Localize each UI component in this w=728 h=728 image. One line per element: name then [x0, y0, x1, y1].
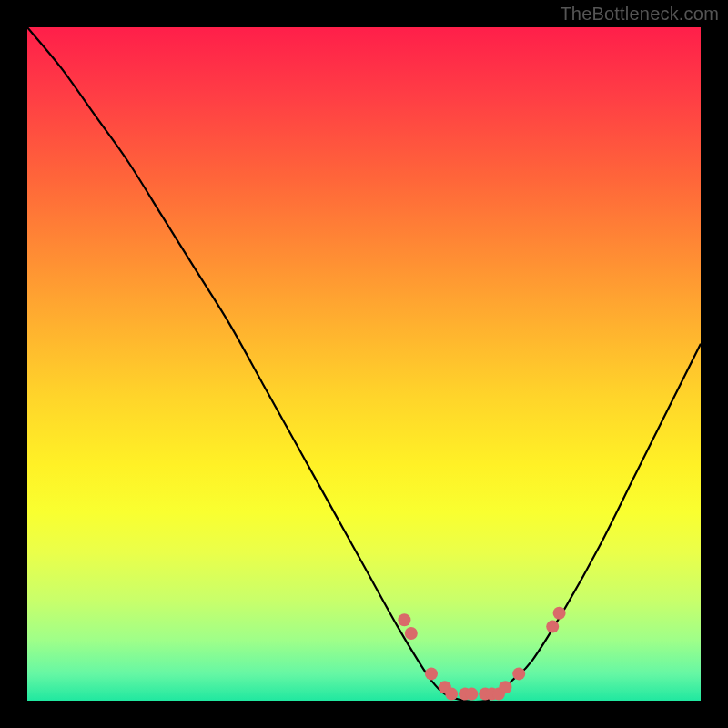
- highlight-dot: [499, 681, 511, 693]
- highlight-dot: [405, 627, 418, 640]
- watermark-text: TheBottleneck.com: [560, 4, 719, 25]
- chart-frame: TheBottleneck.com: [0, 0, 728, 728]
- highlight-dot: [398, 613, 410, 626]
- highlight-dot: [445, 688, 458, 701]
- highlight-dot: [425, 667, 438, 680]
- highlight-dot: [553, 607, 566, 620]
- highlight-dots-group: [398, 607, 565, 701]
- highlight-dot: [465, 688, 478, 701]
- plot-area: [27, 27, 701, 701]
- highlight-dot: [546, 621, 559, 633]
- curve-svg: [27, 27, 701, 701]
- bottleneck-curve: [27, 27, 701, 701]
- highlight-dot: [512, 667, 525, 680]
